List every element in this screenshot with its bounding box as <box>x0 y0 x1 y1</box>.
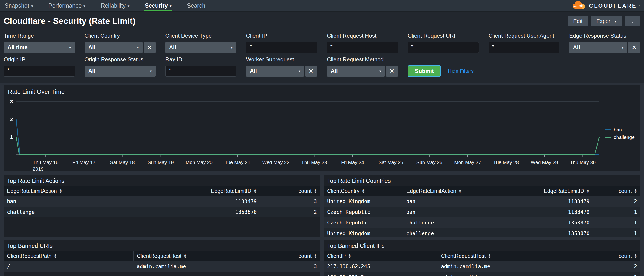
x-tick-date: Sun May 26 <box>416 160 442 165</box>
chart-body: 123 Thu May 162019Fri May 17Sat May 18Su… <box>8 98 636 171</box>
sort-icon: ▲▼ <box>59 188 62 194</box>
column-header-edgeratelimitaction[interactable]: EdgeRateLimitAction▲▼ <box>403 186 508 196</box>
nav-item-label: Security <box>145 2 168 9</box>
filter-control: * <box>166 66 236 77</box>
client-country-select-wrap: All▾✕ <box>84 42 156 53</box>
filter-client-device-type: Client Device TypeAll▾ <box>166 32 236 53</box>
column-header-label: EdgeRateLimitID <box>544 188 584 194</box>
column-header-edgeratelimitid[interactable]: EdgeRateLimitID▲▼ <box>143 186 260 196</box>
table-cell: 217.138.62.245 <box>324 261 438 272</box>
table-cell: 2 <box>260 206 320 217</box>
nav-item-performance[interactable]: Performance▾ <box>48 0 86 12</box>
filter-control: * <box>488 42 560 53</box>
table-header-row: ClientCountry▲▼EdgeRateLimitAction▲▼Edge… <box>324 186 640 196</box>
clear-icon: ✕ <box>632 44 637 51</box>
filter-control: All▾✕ <box>84 42 156 53</box>
column-header-clientip[interactable]: ClientIP▲▼ <box>324 251 438 261</box>
sort-icon: ▲▼ <box>586 188 590 194</box>
client-request-user-agent-input[interactable]: * <box>488 42 560 53</box>
submit-button[interactable]: Submit <box>408 65 441 77</box>
more-button[interactable]: ... <box>625 16 640 26</box>
legend-label: ban <box>614 127 622 133</box>
x-tick-label: Sat May 25 <box>379 160 403 165</box>
column-header-count[interactable]: count▲▼ <box>593 186 640 196</box>
column-header-edgeratelimitaction[interactable]: EdgeRateLimitAction▲▼ <box>4 186 143 196</box>
column-header-clientrequesthost[interactable]: ClientRequestHost▲▼ <box>133 251 260 261</box>
table-cell: 1353870 <box>143 206 260 217</box>
origin-response-status-select[interactable]: All▾ <box>84 66 156 77</box>
filter-client-country: Client CountryAll▾✕ <box>84 32 156 53</box>
filter-label: Origin IP <box>4 56 75 63</box>
chevron-down-icon: ▾ <box>170 4 172 8</box>
export-button[interactable]: Export▾ <box>591 16 622 26</box>
sort-down-arrow: ▼ <box>634 256 637 258</box>
client-request-host-input[interactable]: * <box>327 42 398 53</box>
column-header-clientcountry[interactable]: ClientCountry▲▼ <box>324 186 403 196</box>
table-cell: 2 <box>574 261 640 272</box>
client-request-method-clear-button[interactable]: ✕ <box>386 66 398 77</box>
client-request-method-select[interactable]: All▾ <box>327 66 385 77</box>
table-cell: 1 <box>574 272 640 276</box>
client-request-uri-input[interactable]: * <box>408 42 479 53</box>
column-header-count[interactable]: count▲▼ <box>260 251 320 261</box>
legend-label: challenge <box>614 134 635 140</box>
column-header-clientrequesthost[interactable]: ClientRequestHost▲▼ <box>438 251 574 261</box>
client-device-type-select[interactable]: All▾ <box>166 42 236 53</box>
table-panel-top-banned-client-ips: Top Banned Client IPsClientIP▲▼ClientReq… <box>324 240 640 276</box>
column-header-edgeratelimitid[interactable]: EdgeRateLimitID▲▼ <box>508 186 593 196</box>
edge-response-status-clear-button[interactable]: ✕ <box>628 42 640 53</box>
top-nav-items: Snapshot▾Performance▾Reliability▾Securit… <box>4 0 220 12</box>
chart-title: Rate Limit Over Time <box>8 88 636 96</box>
select-value: All <box>88 68 96 74</box>
origin-response-status-select-wrap: All▾ <box>84 66 156 77</box>
time-range-select[interactable]: All time▾ <box>4 42 75 53</box>
table-cell: challenge <box>403 228 508 236</box>
chevron-down-icon: ▾ <box>380 69 381 74</box>
chevron-down-icon: ▾ <box>69 45 71 50</box>
sort-down-arrow: ▼ <box>348 256 351 258</box>
x-tick-label: Fri May 24 <box>341 160 364 165</box>
x-tick-date: Sun May 19 <box>148 160 174 165</box>
nav-item-security[interactable]: Security▾ <box>144 0 172 12</box>
column-header-inner: ClientRequestHost▲▼ <box>137 253 187 259</box>
series-line-challenge <box>16 137 600 154</box>
client-country-clear-button[interactable]: ✕ <box>144 42 156 53</box>
client-ip-input[interactable]: * <box>246 42 317 53</box>
sort-icon: ▲▼ <box>362 188 365 194</box>
column-header-count[interactable]: count▲▼ <box>260 186 320 196</box>
hide-filters-link[interactable]: Hide Filters <box>448 68 474 74</box>
nav-item-reliability[interactable]: Reliability▾ <box>100 0 130 12</box>
client-country-select[interactable]: All▾ <box>84 42 143 53</box>
x-tick-date: Tue May 21 <box>225 160 250 165</box>
ray-id-input[interactable]: * <box>166 66 236 77</box>
column-header-count[interactable]: count▲▼ <box>574 251 640 261</box>
x-tick-year: 2019 <box>33 166 58 172</box>
sort-down-arrow: ▼ <box>314 191 317 194</box>
column-header-label: count <box>298 253 312 259</box>
sort-icon: ▲▼ <box>314 254 317 258</box>
x-tick-label: Tue May 21 <box>225 160 250 165</box>
table-cell: Czech Republic <box>324 206 403 217</box>
edge-response-status-select-wrap: All▾✕ <box>569 42 640 53</box>
x-tick-label: Thu May 30 <box>570 160 596 165</box>
filter-client-ip: Client IP* <box>246 32 317 53</box>
filter-label: Client Request Method <box>327 56 398 63</box>
sort-down-arrow: ▼ <box>59 191 62 194</box>
worker-subrequest-clear-button[interactable]: ✕ <box>305 66 317 77</box>
edit-button[interactable]: Edit <box>568 16 588 26</box>
nav-item-snapshot[interactable]: Snapshot▾ <box>4 0 34 12</box>
sort-icon: ▲▼ <box>458 188 462 194</box>
edge-response-status-select[interactable]: All▾ <box>569 42 627 53</box>
origin-ip-input[interactable]: * <box>4 66 75 77</box>
worker-subrequest-select[interactable]: All▾ <box>246 66 304 77</box>
table-row: Czech Republicban11334791 <box>324 206 640 217</box>
svg-text:3: 3 <box>10 99 13 104</box>
column-header-clientrequestpath[interactable]: ClientRequestPath▲▼ <box>4 251 133 261</box>
filter-origin-ip: Origin IP* <box>4 56 75 77</box>
x-tick-label: Sun May 26 <box>416 160 442 165</box>
nav-item-search[interactable]: Search <box>186 0 206 12</box>
sort-icon: ▲▼ <box>184 254 187 258</box>
dashboard-content: Rate Limit Over Time 123 Thu May 162019F… <box>0 83 644 276</box>
select-value: All <box>573 44 580 51</box>
column-header-inner: EdgeRateLimitID▲▼ <box>544 188 590 194</box>
